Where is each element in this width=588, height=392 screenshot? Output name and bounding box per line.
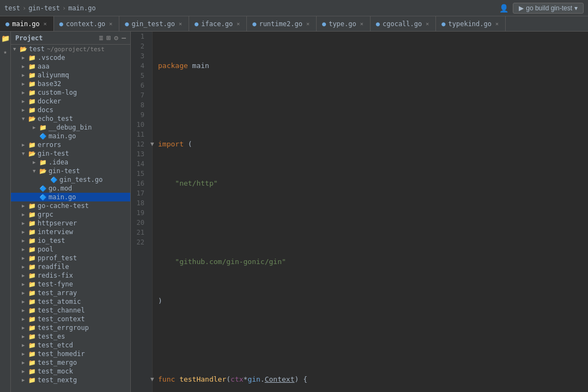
tree-item-interview[interactable]: ▶ 📁 interview [11, 228, 130, 236]
code-line-1: package main [158, 61, 588, 71]
tree-item-pool[interactable]: ▶ 📁 pool [11, 245, 130, 254]
tree-icon-settings[interactable]: ⚙ [114, 34, 118, 42]
tab-close-context-go[interactable]: ✕ [108, 20, 113, 27]
tree-item-io-test[interactable]: ▶ 📁 io_test [11, 236, 130, 245]
tree-icon-close[interactable]: — [122, 34, 126, 42]
tree-item-echo-test[interactable]: ▼ 📂 echo_test [11, 114, 130, 123]
folder-icon: 📁 [28, 359, 36, 366]
arrow-icon: ▶ [22, 55, 28, 60]
user-icon[interactable]: 👤 [499, 4, 508, 13]
code-area[interactable]: 12345 678910 1112131415 1617181920 2122 … [131, 32, 588, 392]
build-button[interactable]: ▶ go build gin-test ▾ [513, 3, 584, 14]
tree-icon-expand[interactable]: ⊞ [107, 34, 111, 42]
folder-icon: 📁 [28, 272, 36, 279]
arrow-icon: ▶ [22, 255, 28, 261]
tree-item-httpserver[interactable]: ▶ 📁 httpserver [11, 219, 130, 228]
project-label: Project [15, 34, 43, 42]
tree-item-gin-test-folder[interactable]: ▼ 📂 gin-test [11, 149, 130, 158]
tree-item-docker[interactable]: ▶ 📁 docker [11, 97, 130, 106]
tab-gin-test-go[interactable]: ● gin_test.go ✕ [119, 16, 189, 32]
tab-close-gin-test-go[interactable]: ✕ [178, 20, 183, 27]
tree-item-test-mergo[interactable]: ▶ 📁 test_mergo [11, 358, 130, 367]
arrow-icon: ▶ [22, 142, 28, 148]
tab-typekind-go[interactable]: ● typekind.go ✕ [436, 16, 506, 32]
tree-item-grpc[interactable]: ▶ 📁 grpc [11, 210, 130, 219]
tree-item-gin-test-go[interactable]: 🔷 gin_test.go [11, 175, 130, 184]
folder-open-icon: 📂 [28, 150, 36, 157]
tree-item-gin-test-sub[interactable]: ▼ 📂 gin-test [11, 167, 130, 175]
tree-item-main-go[interactable]: 🔷 main.go [11, 193, 130, 201]
go-icon: ● [5, 20, 9, 28]
tree-item-test-array[interactable]: ▶ 📁 test_array [11, 289, 130, 297]
tab-type-go[interactable]: ● type.go ✕ [317, 16, 371, 32]
tree-item-test-nextg[interactable]: ▶ 📁 test_nextg [11, 376, 130, 384]
editor[interactable]: 12345 678910 1112131415 1617181920 2122 … [131, 32, 588, 392]
tree-item-pprof-test[interactable]: ▶ 📁 pprof_test [11, 254, 130, 262]
arrow-icon: ▶ [22, 90, 28, 95]
tree-item-test-fyne[interactable]: ▶ 📁 test-fyne [11, 280, 130, 289]
folder-icon: 📁 [28, 368, 36, 375]
tree-item-aaa[interactable]: ▶ 📁 aaa [11, 62, 130, 71]
tree-item-test-atomic[interactable]: ▶ 📁 test_atomic [11, 297, 130, 306]
tree-item-docs[interactable]: ▶ 📁 docs [11, 106, 130, 114]
folder-icon: 📁 [28, 107, 36, 114]
arrow-icon: ▶ [22, 81, 28, 87]
arrow-icon: ▶ [22, 64, 28, 69]
tree-item-echo-main-go[interactable]: 🔷 main.go [11, 132, 130, 140]
tree-item-aliyunmq[interactable]: ▶ 📁 aliyunmq [11, 71, 130, 79]
tree-item-test[interactable]: ▼ 📂 test ~/goproject/test [11, 45, 130, 53]
tree-item-go-cache-test[interactable]: ▶ 📁 go-cache-test [11, 201, 130, 210]
tree-item-test-channel[interactable]: ▶ 📁 test_channel [11, 306, 130, 315]
tab-close-main-go[interactable]: ✕ [43, 20, 48, 27]
tree-item-test-context[interactable]: ▶ 📁 test_context [11, 315, 130, 323]
tab-close-runtime2-go[interactable]: ✕ [305, 20, 311, 27]
breadcrumb: test › gin-test › main.go [4, 4, 96, 12]
code-line-3: ▼ import ( [158, 139, 588, 149]
tree-item-test-es[interactable]: ▶ 📁 test_es [11, 332, 130, 341]
sidebar-icon-project[interactable]: 📁 [1, 34, 10, 43]
code-line-4: "net/http" [158, 179, 588, 188]
folder-icon: 📁 [39, 124, 47, 131]
tab-iface-go[interactable]: ● iface.go ✕ [189, 16, 247, 32]
folder-icon: 📁 [28, 89, 36, 96]
tab-close-typekind-go[interactable]: ✕ [494, 20, 500, 27]
folder-icon: 📁 [28, 203, 36, 210]
tab-close-iface-go[interactable]: ✕ [235, 20, 241, 27]
arrow-icon: ▶ [22, 264, 28, 270]
tree-item-base32[interactable]: ▶ 📁 base32 [11, 79, 130, 88]
breadcrumb-gin-test[interactable]: gin-test [28, 4, 60, 12]
arrow-icon: ▶ [22, 229, 28, 235]
arrow-icon: ▶ [22, 220, 28, 226]
tree-item-readfile[interactable]: ▶ 📁 readfile [11, 262, 130, 271]
breadcrumb-test[interactable]: test [4, 4, 20, 12]
tab-cgocall-go[interactable]: ● cgocall.go ✕ [371, 16, 437, 32]
arrow-icon: ▶ [22, 299, 28, 304]
tab-close-cgocall-go[interactable]: ✕ [425, 20, 430, 27]
go-icon: ● [322, 20, 326, 28]
tab-close-type-go[interactable]: ✕ [359, 20, 365, 27]
tree-item-test-etcd[interactable]: ▶ 📁 test_etcd [11, 341, 130, 350]
go-icon: ● [195, 20, 198, 28]
sidebar-icon-favorites[interactable]: ★ [1, 48, 10, 57]
breadcrumb-main-go[interactable]: main.go [68, 4, 96, 12]
code-content[interactable]: package main ▼ import ( "net/http" [153, 32, 588, 392]
code-line-7: ) [158, 296, 588, 306]
tree-item-custom-log[interactable]: ▶ 📁 custom-log [11, 88, 130, 97]
folder-icon: 📁 [28, 333, 36, 340]
tree-item-idea[interactable]: ▶ 📁 .idea [11, 158, 130, 167]
tab-main-go[interactable]: ● main.go ✕ [0, 16, 54, 32]
tree-item-test-mock[interactable]: ▶ 📁 test_mock [11, 367, 130, 376]
tree-icon-list[interactable]: ≡ [99, 34, 104, 42]
tab-runtime2-go[interactable]: ● runtime2.go ✕ [247, 16, 317, 32]
tree-item-test-errgroup[interactable]: ▶ 📁 test_errgroup [11, 323, 130, 332]
tree-item-redis-fix[interactable]: ▶ 📁 redis-fix [11, 271, 130, 280]
tree-item-vscode[interactable]: ▶ 📁 .vscode [11, 53, 130, 62]
tree-item-debug-bin[interactable]: ▶ 📁 __debug_bin [11, 123, 130, 132]
arrow-icon: ▼ [22, 151, 28, 156]
tree-item-errors[interactable]: ▶ 📁 errors [11, 140, 130, 149]
folder-icon: 📁 [28, 290, 36, 297]
tab-context-go[interactable]: ● context.go ✕ [54, 16, 120, 32]
tree-item-test-homedir[interactable]: ▶ 📁 test_homedir [11, 350, 130, 358]
arrow-icon: ▶ [22, 212, 28, 217]
tree-item-go-mod[interactable]: 🔷 go.mod [11, 184, 130, 193]
